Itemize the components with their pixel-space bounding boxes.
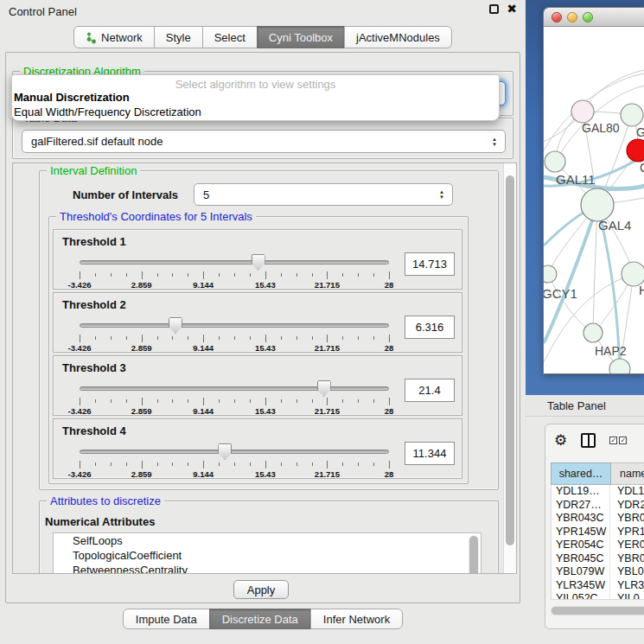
tab-network[interactable]: Network — [73, 26, 155, 48]
node-selected-red[interactable] — [627, 139, 644, 162]
cell-shared-name[interactable]: YLR345W — [552, 579, 610, 593]
node-partial-top-right[interactable] — [621, 104, 643, 126]
tab-cyni-toolbox[interactable]: Cyni Toolbox — [257, 26, 345, 48]
float-window-icon[interactable] — [489, 4, 499, 14]
cell-name[interactable]: YBR0 — [610, 552, 644, 566]
table-toolbar: ⚙ ✓ ✓ — [554, 433, 627, 448]
attribute-list-item[interactable]: BetweennessCentrality — [54, 563, 481, 574]
cell-shared-name[interactable]: YBR045C — [552, 552, 610, 566]
dropdown-option-manual[interactable]: Manual Discretization — [12, 90, 499, 105]
table-row[interactable]: YDR27…YDR2 — [552, 499, 644, 513]
node-gcy1[interactable] — [544, 265, 557, 283]
node-gal80[interactable] — [571, 100, 594, 123]
dropdown-hint: Select algorithm to view settings — [12, 75, 499, 90]
cell-name[interactable]: YBL0 — [610, 565, 644, 579]
table-data-combobox[interactable]: galFiltered.sif default node ▲▼ — [22, 130, 506, 153]
cell-name[interactable]: YPR1 — [610, 526, 644, 539]
cell-name[interactable]: YBR0 — [610, 512, 644, 526]
major-tick — [265, 461, 266, 469]
settings-scrollbar[interactable] — [503, 163, 516, 573]
slider-track[interactable] — [80, 386, 389, 391]
table-row[interactable]: YBL079WYBL0 — [552, 565, 644, 579]
node-gal4[interactable] — [581, 188, 614, 221]
numerical-attributes-list[interactable]: SelfLoopsTopologicalCoefficientBetweenne… — [53, 532, 481, 574]
select-columns-icon[interactable]: ✓ ✓ — [609, 437, 627, 444]
node-bottom-partial[interactable] — [609, 359, 630, 374]
cell-name[interactable]: YER0 — [610, 539, 644, 552]
threshold-slider[interactable]: -3.4262.8599.14415.4321.71528 — [80, 317, 389, 352]
attribute-list-item[interactable]: SelfLoops — [54, 533, 481, 548]
close-traffic-light-icon[interactable] — [552, 12, 562, 22]
columns-icon[interactable] — [581, 433, 596, 448]
slider-track[interactable] — [80, 323, 389, 328]
major-tick — [80, 271, 80, 279]
table-row[interactable]: YER054CYER0 — [552, 539, 644, 552]
cell-shared-name[interactable]: YPR145W — [552, 526, 610, 539]
cell-shared-name[interactable]: YER054C — [552, 539, 610, 552]
table-row[interactable]: YLR345WYLR3 — [552, 579, 644, 593]
node-label-hap2: HAP2 — [595, 344, 627, 358]
settings-scrollpane: Interval Definition Number of Intervals … — [12, 163, 517, 574]
node-label-partial-g: GA — [636, 125, 644, 139]
network-canvas[interactable]: GAL80 GA C GAL11 GAL4 GCY1 H HAP2 — [544, 27, 644, 374]
threshold-slider[interactable]: -3.4262.8599.14415.4321.71528 — [80, 380, 389, 415]
cell-shared-name[interactable]: YIL052C — [552, 592, 610, 600]
table-row[interactable]: YBR045CYBR0 — [552, 552, 644, 566]
gear-icon[interactable]: ⚙ — [554, 433, 567, 448]
tab-impute-data[interactable]: Impute Data — [123, 609, 210, 629]
node-gal11[interactable] — [545, 151, 565, 172]
tab-jactivemnodules[interactable]: jActiveMNodules — [344, 26, 452, 48]
slider-thumb[interactable] — [169, 317, 182, 334]
threshold-slider[interactable]: -3.4262.8599.14415.4321.71528 — [80, 254, 389, 289]
slider-thumb[interactable] — [317, 380, 331, 397]
algorithm-dropdown-popup: Select algorithm to view settings Manual… — [11, 74, 500, 121]
tab-select[interactable]: Select — [202, 26, 258, 48]
list-scrollbar-thumb[interactable] — [469, 536, 478, 574]
table-row[interactable]: YDL19…YDL1 — [552, 485, 644, 499]
minimize-traffic-light-icon[interactable] — [567, 12, 577, 22]
tab-discretize-data[interactable]: Discretize Data — [209, 609, 311, 629]
attribute-list-item[interactable]: TopologicalCoefficient — [54, 548, 481, 563]
minor-tick — [172, 273, 173, 277]
numerical-attributes-label: Numerical Attributes — [45, 515, 155, 528]
threshold-slider[interactable]: -3.4262.8599.14415.4321.71528 — [80, 443, 389, 478]
tick-label: 15.43 — [255, 343, 276, 353]
cell-shared-name[interactable]: YBR043C — [552, 512, 610, 526]
cell-name[interactable]: YIL0 — [610, 592, 644, 600]
zoom-traffic-light-icon[interactable] — [583, 12, 593, 22]
table-row[interactable]: YPR145WYPR1 — [552, 526, 644, 539]
table-hscrollbar[interactable] — [551, 606, 644, 615]
slider-thumb[interactable] — [252, 254, 265, 271]
table-row[interactable]: YIL052CYIL0 — [552, 592, 644, 600]
apply-button[interactable]: Apply — [233, 580, 289, 599]
table-hscrollbar-thumb[interactable] — [552, 607, 644, 615]
settings-scrollbar-thumb[interactable] — [506, 175, 514, 545]
column-header-shared-name[interactable]: shared… — [551, 462, 611, 485]
tab-infer-network[interactable]: Infer Network — [310, 609, 403, 629]
minor-tick — [312, 462, 313, 466]
cell-name[interactable]: YDR2 — [610, 499, 644, 513]
threshold-value-field[interactable]: 11.344 — [405, 442, 455, 465]
dropdown-option-equal-width[interactable]: Equal Width/Frequency Discretization — [12, 105, 499, 119]
threshold-value-field[interactable]: 21.4 — [405, 379, 455, 402]
cell-name[interactable]: YLR3 — [610, 579, 644, 593]
slider-track[interactable] — [80, 260, 389, 265]
bottom-tab-bar: Impute Data Discretize Data Infer Networ… — [0, 609, 526, 629]
cell-shared-name[interactable]: YBL079W — [552, 565, 610, 579]
list-scrollbar[interactable] — [469, 535, 479, 574]
tab-style[interactable]: Style — [154, 26, 203, 48]
cell-shared-name[interactable]: YDL19… — [552, 485, 610, 499]
slider-track[interactable] — [80, 450, 389, 454]
close-icon[interactable]: ✖ — [507, 4, 517, 14]
cell-shared-name[interactable]: YDR27… — [552, 499, 610, 513]
network-window-titlebar[interactable] — [544, 8, 644, 27]
threshold-value-field[interactable]: 14.713 — [405, 252, 455, 276]
number-of-intervals-combobox[interactable]: 5 ▲▼ — [194, 183, 453, 206]
table-row[interactable]: YBR043CYBR0 — [552, 512, 644, 526]
slider-thumb[interactable] — [218, 443, 232, 460]
cell-name[interactable]: YDL1 — [610, 485, 644, 499]
minor-tick — [219, 273, 220, 277]
threshold-value-field[interactable]: 6.316 — [405, 316, 455, 339]
column-header-name[interactable]: name — [611, 462, 644, 485]
node-hap2[interactable] — [583, 323, 603, 342]
